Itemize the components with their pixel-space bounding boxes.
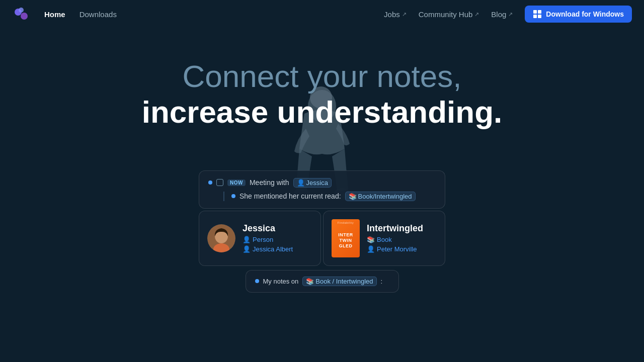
external-link-icon: ↗ [474,11,479,18]
jessica-type: 👤 Person [243,236,293,243]
download-windows-button[interactable]: Download for Windows [525,6,632,23]
meeting-text: Meeting with [250,178,289,187]
bottom-note-card: My notes on 📚 Book / Intertwingled : [246,270,399,293]
bullet-dot [231,194,235,198]
vertical-divider [223,192,224,201]
nav-left: Home Downloads [12,5,117,23]
svg-rect-6 [538,15,541,18]
jessica-entity-card[interactable]: Jessica 👤 Person 👤 Jessica Albert [199,211,321,266]
intertwingled-name: Intertwingled [367,223,423,234]
note-row-meeting: NOW Meeting with 👤 Jessica [208,178,436,188]
logo[interactable] [12,5,30,23]
svg-rect-4 [538,10,541,14]
intertwingled-info: Intertwingled 📚 Book 👤 Peter Morville [367,223,423,253]
note-row-book: She mentioned her current read: 📚 Book/I… [208,192,436,201]
jessica-tag[interactable]: 👤 Jessica [293,178,332,188]
bottom-bullet-dot [255,279,259,283]
external-link-icon: ↗ [402,11,407,18]
nav-right: Jobs ↗ Community Hub ↗ Blog ↗ Download f… [384,6,632,23]
checkbox[interactable] [216,179,223,186]
entity-cards-row: Jessica 👤 Person 👤 Jessica Albert Findab… [199,211,445,266]
bottom-note-row: My notes on 📚 Book / Intertwingled : [255,277,389,286]
book-tag[interactable]: 📚 Book/Intertwingled [345,192,416,201]
bottom-book-tag[interactable]: 📚 Book / Intertwingled [302,277,376,286]
jessica-name: Jessica [243,223,293,234]
intertwingled-entity-card[interactable]: Findability INTERTWINGLED Intertwingled … [323,211,445,266]
svg-rect-3 [533,10,537,14]
note-card: NOW Meeting with 👤 Jessica She mentioned… [199,170,445,209]
hero-title: Connect your notes, increase understandi… [142,58,503,130]
nav-jobs[interactable]: Jobs ↗ [384,10,407,19]
jessica-info: Jessica 👤 Person 👤 Jessica Albert [243,223,293,253]
hero-title-line2: increase understanding. [142,94,503,130]
bottom-note-suffix: : [381,278,383,285]
now-badge: NOW [227,179,246,186]
external-link-icon: ↗ [508,11,513,18]
svg-point-1 [21,13,28,20]
nav-community-hub[interactable]: Community Hub ↗ [419,10,479,19]
nav-home[interactable]: Home [44,10,65,19]
svg-rect-5 [533,15,537,18]
bullet-dot [208,180,212,185]
hero-section: Connect your notes, increase understandi… [0,28,644,293]
navbar: Home Downloads Jobs ↗ Community Hub ↗ Bl… [0,0,644,28]
book-cover: Findability INTERTWINGLED [332,219,360,257]
nav-downloads[interactable]: Downloads [79,10,117,19]
windows-icon [533,10,542,19]
book-mention-text: She mentioned her current read: [239,192,341,200]
intertwingled-sub: 👤 Peter Morville [367,245,423,253]
nav-blog[interactable]: Blog ↗ [491,10,513,19]
intertwingled-type: 📚 Book [367,236,423,243]
svg-point-2 [19,8,24,13]
jessica-avatar [207,224,235,252]
jessica-sub: 👤 Jessica Albert [243,245,293,253]
bottom-note-text: My notes on [263,278,299,285]
hero-title-line1: Connect your notes, [142,58,503,94]
card-area: NOW Meeting with 👤 Jessica She mentioned… [0,170,644,293]
